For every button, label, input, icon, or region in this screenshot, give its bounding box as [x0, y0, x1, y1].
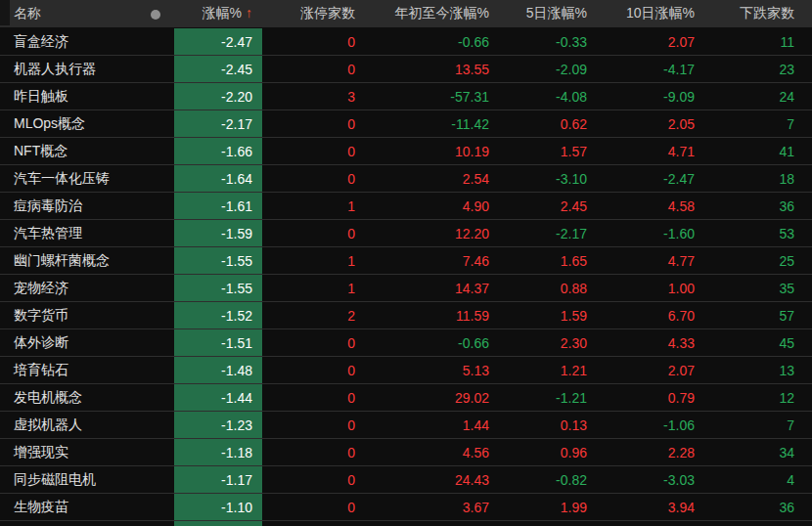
table-row[interactable]: 体外诊断-1.510-0.662.304.3345 [0, 329, 812, 356]
ytd-change-pct: 11.59 [367, 308, 501, 324]
header-decliners[interactable]: 下跌家数 [706, 5, 806, 22]
limit-up-count: 0 [262, 226, 367, 241]
change-10day-pct: 6.70 [599, 308, 706, 324]
sector-name: 数字货币 [0, 307, 137, 325]
change-10day-pct: 4.58 [599, 198, 706, 214]
change-5day-pct: 2.45 [501, 198, 599, 214]
change-pct-cell: -2.17 [174, 110, 262, 137]
change-5day-pct: -2.17 [501, 226, 599, 241]
change-10day-pct: 4.77 [599, 253, 706, 269]
table-row[interactable]: 汽车一体化压铸-1.6402.54-3.10-2.4718 [0, 164, 812, 192]
table-row[interactable]: 机器人执行器-2.45013.55-2.09-4.1723 [0, 55, 812, 82]
limit-up-count: 0 [262, 335, 367, 351]
change-pct-cell [174, 521, 262, 526]
decliner-count: 35 [706, 281, 806, 296]
table-row[interactable]: 数字货币-1.52211.591.596.7057 [0, 301, 812, 329]
sector-name: 幽门螺杆菌概念 [0, 252, 137, 270]
limit-up-count: 0 [262, 363, 367, 378]
table-row[interactable]: 培育钻石-1.4805.131.212.0713 [0, 356, 812, 383]
change-pct-cell: -1.48 [174, 357, 262, 383]
header-name[interactable]: 名称 [0, 5, 137, 22]
change-pct-cell: -1.55 [174, 247, 262, 274]
sector-name: 昨日触板 [0, 88, 137, 106]
change-pct-cell: -1.23 [174, 412, 262, 438]
sector-name: 汽车一体化压铸 [0, 170, 137, 188]
change-5day-pct: 2.30 [501, 335, 599, 351]
change-pct-cell: -1.52 [174, 302, 262, 329]
limit-up-count: 0 [262, 144, 367, 159]
table-row[interactable]: 昨日触板-2.203-57.31-4.08-9.0924 [0, 82, 812, 110]
dot-indicator-icon [151, 10, 160, 20]
change-5day-pct: 1.21 [501, 363, 599, 378]
table-row[interactable]: 盲盒经济-2.470-0.66-0.332.0711 [0, 27, 812, 55]
change-10day-pct: -3.03 [599, 472, 706, 488]
limit-up-count: 3 [262, 89, 367, 105]
change-10day-pct: -4.17 [599, 62, 706, 77]
change-pct-cell: -1.10 [174, 494, 262, 520]
sector-name: 汽车热管理 [0, 225, 137, 242]
change-10day-pct: 2.05 [599, 116, 706, 132]
table-row[interactable]: 增强现实-1.1804.560.962.2834 [0, 438, 812, 465]
ytd-change-pct: -0.66 [367, 335, 501, 351]
sector-name: 增强现实 [0, 444, 137, 461]
table-row[interactable]: MLOps概念-2.170-11.420.622.057 [0, 110, 812, 137]
table-row[interactable]: 痘病毒防治-1.6114.902.454.5836 [0, 192, 812, 219]
table-row[interactable]: 汽车热管理-1.59012.20-2.17-1.6053 [0, 219, 812, 246]
decliner-count: 34 [706, 445, 806, 460]
ytd-change-pct: -57.31 [367, 89, 501, 105]
change-10day-pct: 0.79 [599, 390, 706, 406]
header-change[interactable]: 涨幅%↑ [174, 5, 262, 22]
header-ytd-change[interactable]: 年初至今涨幅% [367, 5, 501, 22]
change-5day-pct: -0.82 [501, 472, 599, 488]
ytd-change-pct: 24.43 [367, 472, 501, 488]
header-10day-change[interactable]: 10日涨幅% [599, 5, 706, 22]
table-row[interactable]: 幽门螺杆菌概念-1.5517.461.654.7725 [0, 246, 812, 274]
sector-name: 培育钻石 [0, 362, 137, 379]
limit-up-count: 1 [262, 281, 367, 296]
header-limit-up[interactable]: 涨停家数 [262, 5, 367, 22]
limit-up-count: 0 [262, 116, 367, 132]
decliner-count: 25 [706, 253, 806, 269]
change-5day-pct: -1.21 [501, 390, 599, 406]
change-10day-pct: 3.94 [599, 500, 706, 515]
change-10day-pct: 2.07 [599, 34, 706, 50]
change-pct-cell: -2.20 [174, 83, 262, 110]
sort-asc-icon: ↑ [246, 5, 252, 21]
change-5day-pct: 0.13 [501, 417, 599, 433]
decliner-count: 13 [706, 363, 806, 378]
change-5day-pct: -2.09 [501, 62, 599, 77]
limit-up-count: 0 [262, 390, 367, 406]
change-pct-cell: -1.17 [174, 466, 262, 493]
ytd-change-pct: 3.67 [367, 500, 501, 515]
change-10day-pct: 4.33 [599, 335, 706, 351]
limit-up-count: 2 [262, 308, 367, 324]
table-row[interactable]: NFT概念-1.66010.191.574.7141 [0, 137, 812, 164]
change-5day-pct: -3.10 [501, 171, 599, 187]
change-10day-pct: 1.00 [599, 281, 706, 296]
limit-up-count: 0 [262, 445, 367, 460]
header-5day-change[interactable]: 5日涨幅% [501, 5, 599, 22]
table-row[interactable]: 同步磁阻电机-1.17024.43-0.82-3.034 [0, 465, 812, 493]
ytd-change-pct: 29.02 [367, 390, 501, 406]
decliner-count: 11 [706, 34, 806, 50]
header-dot[interactable] [137, 6, 174, 22]
change-pct-cell: -2.47 [174, 28, 262, 55]
change-pct-cell: -2.45 [174, 56, 262, 82]
table-row[interactable]: 发电机概念-1.44029.02-1.210.7912 [0, 383, 812, 411]
change-10day-pct: -1.06 [599, 417, 706, 433]
change-pct-cell: -1.18 [174, 439, 262, 465]
table-row-partial[interactable] [0, 520, 812, 526]
decliner-count: 18 [706, 171, 806, 187]
limit-up-count: 0 [262, 62, 367, 77]
change-pct-cell: -1.51 [174, 329, 262, 356]
sector-name: NFT概念 [0, 143, 137, 160]
ytd-change-pct: 14.37 [367, 281, 501, 296]
sector-name: 同步磁阻电机 [0, 471, 137, 489]
change-5day-pct: 1.57 [501, 144, 599, 159]
decliner-count: 23 [706, 62, 806, 77]
table-row[interactable]: 宠物经济-1.55114.370.881.0035 [0, 274, 812, 301]
table-row[interactable]: 虚拟机器人-1.2301.440.13-1.067 [0, 411, 812, 438]
table-header: 名称 涨幅%↑ 涨停家数 年初至今涨幅% 5日涨幅% 10日涨幅% 下跌家数 [0, 0, 812, 27]
table-row[interactable]: 生物疫苗-1.1003.671.993.9436 [0, 493, 812, 520]
decliner-count: 45 [706, 335, 806, 351]
